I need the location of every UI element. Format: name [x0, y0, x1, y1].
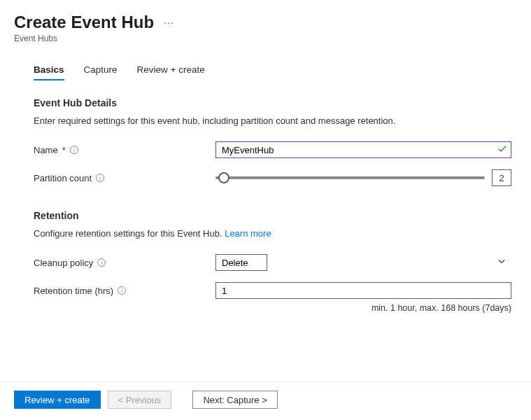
learn-more-link[interactable]: Learn more: [225, 228, 271, 239]
section-desc-retention: Configure retention settings for this Ev…: [34, 228, 511, 239]
tab-basics[interactable]: Basics: [34, 64, 64, 80]
partition-label: Partition count i: [34, 173, 215, 183]
review-create-button[interactable]: Review + create: [14, 391, 101, 409]
cleanup-policy-select[interactable]: Delete: [215, 254, 267, 271]
required-asterisk: *: [62, 145, 66, 155]
partition-label-text: Partition count: [34, 173, 92, 183]
retention-hint: min. 1 hour, max. 168 hours (7days): [34, 303, 511, 313]
cleanup-label-text: Cleanup policy: [34, 258, 93, 268]
info-icon[interactable]: i: [70, 146, 78, 154]
retention-time-label: Retention time (hrs) i: [34, 286, 215, 296]
section-desc-details: Enter required settings for this event h…: [34, 115, 511, 126]
previous-button: < Previous: [108, 391, 172, 409]
section-heading-retention: Retention: [34, 210, 511, 221]
footer-bar: Review + create < Previous Next: Capture…: [0, 382, 531, 420]
more-options-icon[interactable]: ···: [164, 17, 174, 28]
tab-bar: Basics Capture Review + create: [34, 64, 517, 80]
validation-check-icon: [497, 144, 507, 156]
tab-review-create[interactable]: Review + create: [137, 64, 205, 80]
retention-desc-text: Configure retention settings for this Ev…: [34, 228, 225, 239]
name-label: Name* i: [34, 145, 215, 155]
next-button[interactable]: Next: Capture >: [192, 391, 277, 409]
partition-value: 2: [492, 169, 511, 186]
retention-time-label-text: Retention time (hrs): [34, 286, 113, 296]
section-heading-details: Event Hub Details: [34, 97, 511, 108]
retention-time-input[interactable]: [215, 282, 511, 299]
partition-slider[interactable]: [215, 176, 485, 179]
tab-capture[interactable]: Capture: [84, 64, 118, 80]
partition-slider-thumb[interactable]: [218, 172, 229, 183]
info-icon[interactable]: i: [96, 174, 104, 182]
info-icon[interactable]: i: [97, 258, 106, 267]
breadcrumb: Event Hubs: [14, 34, 517, 43]
info-icon[interactable]: i: [118, 286, 126, 295]
chevron-down-icon: [497, 258, 506, 268]
name-input[interactable]: [215, 141, 511, 158]
cleanup-label: Cleanup policy i: [34, 258, 215, 268]
page-title: Create Event Hub: [14, 13, 154, 32]
name-label-text: Name: [34, 145, 58, 155]
